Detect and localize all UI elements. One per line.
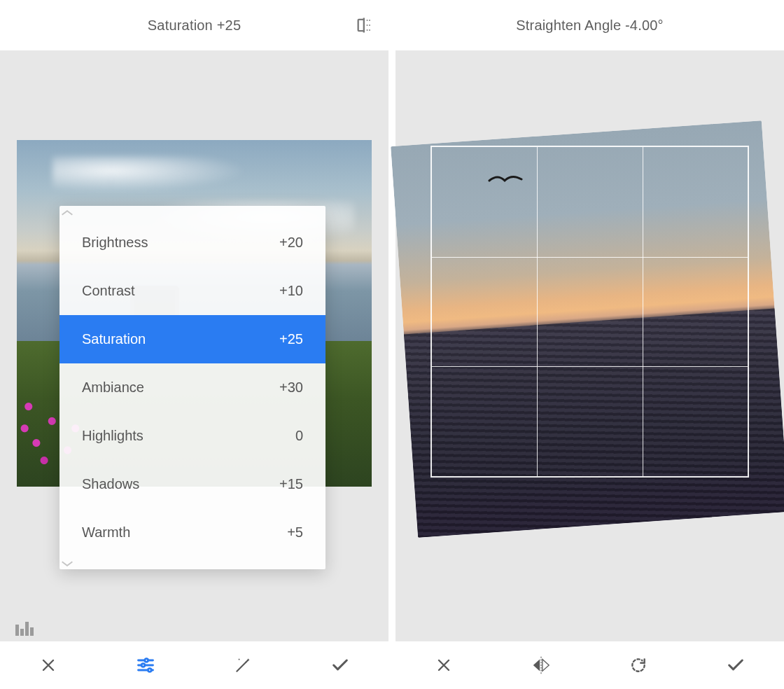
param-label: Brightness	[82, 235, 148, 251]
tune-image-pane: Saturation +25 Brightne	[0, 0, 388, 689]
param-label: Highlights	[82, 428, 144, 444]
param-row-warmth[interactable]: Warmth+5	[59, 508, 326, 557]
svg-point-4	[367, 29, 368, 31]
rotate-button[interactable]	[629, 655, 648, 675]
param-row-contrast[interactable]: Contrast+10	[59, 267, 326, 315]
svg-point-12	[148, 669, 152, 672]
svg-point-2	[367, 25, 368, 26]
param-value: 0	[295, 428, 303, 444]
param-row-highlights[interactable]: Highlights0	[59, 412, 326, 460]
bird-silhouette	[488, 174, 523, 189]
param-row-shadows[interactable]: Shadows+15	[59, 460, 326, 508]
apply-button[interactable]	[726, 655, 746, 675]
header-title: Saturation +25	[148, 18, 241, 34]
param-label: Shadows	[82, 476, 139, 492]
bottom-toolbar	[0, 641, 388, 689]
param-label: Ambiance	[82, 380, 144, 396]
header-bar: Straighten Angle -4.00°	[396, 0, 784, 50]
svg-point-5	[369, 29, 370, 31]
svg-rect-8	[25, 622, 29, 636]
param-value: +25	[279, 331, 303, 347]
bottom-toolbar	[396, 641, 784, 689]
styles-tool[interactable]	[233, 655, 253, 675]
image-canvas[interactable]	[404, 133, 776, 525]
param-value: +30	[279, 380, 303, 396]
chevron-up-icon[interactable]	[59, 206, 326, 218]
param-label: Contrast	[82, 283, 135, 299]
apply-button[interactable]	[330, 655, 350, 675]
close-button[interactable]	[434, 655, 454, 675]
svg-point-10	[145, 659, 148, 662]
tune-tool[interactable]	[136, 655, 155, 675]
rotate-pane: Straighten Angle -4.00°	[396, 0, 784, 689]
flip-horizontal-button[interactable]	[531, 655, 551, 675]
param-value: +5	[287, 524, 303, 541]
crop-grid[interactable]	[432, 147, 748, 476]
svg-point-3	[369, 25, 370, 26]
svg-point-0	[367, 20, 368, 21]
svg-rect-9	[30, 627, 34, 636]
param-label: Warmth	[82, 524, 130, 541]
chevron-down-icon[interactable]	[59, 557, 326, 569]
param-row-ambiance[interactable]: Ambiance+30	[59, 363, 326, 412]
svg-point-11	[141, 664, 145, 667]
param-value: +15	[279, 476, 303, 492]
close-button[interactable]	[38, 655, 58, 675]
header-title: Straighten Angle -4.00°	[516, 18, 664, 34]
histogram-icon[interactable]	[15, 620, 35, 636]
param-row-brightness[interactable]: Brightness+20	[59, 218, 326, 267]
compare-icon[interactable]	[355, 15, 374, 35]
svg-point-1	[369, 20, 370, 21]
param-label: Saturation	[82, 331, 146, 347]
svg-rect-6	[15, 625, 19, 636]
svg-rect-7	[20, 629, 24, 636]
parameter-panel[interactable]: Brightness+20Contrast+10Saturation+25Amb…	[59, 206, 326, 569]
header-bar: Saturation +25	[0, 0, 388, 50]
param-value: +20	[279, 235, 303, 251]
param-row-saturation[interactable]: Saturation+25	[59, 315, 326, 363]
param-value: +10	[279, 283, 303, 299]
